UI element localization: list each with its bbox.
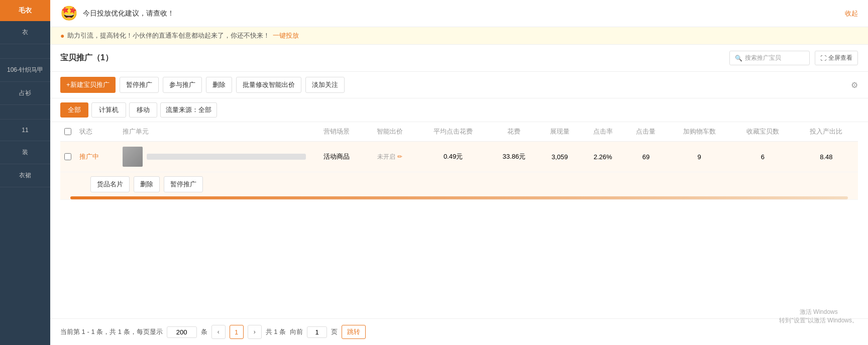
edit-smart-price-icon[interactable]: ✏ [397,153,402,160]
total-info: 共 1 条 [266,327,286,336]
col-impressions: 展现量 [538,122,581,142]
row-scene-cell: 活动商品 [310,142,363,172]
goto-page-input[interactable] [307,326,327,338]
top-banner: 🤩 今日投放优化建议，请查收！ 收起 [50,0,868,27]
banner-emoji-icon: 🤩 [60,5,78,22]
sidebar-item-8[interactable]: 衣裙 [0,164,50,187]
row-ctr-cell: 2.26% [581,142,624,172]
sidebar-item-7[interactable]: 装 [0,141,50,164]
section-header: 宝贝推广（1） 🔍 搜索推广宝贝 ⛶ 全屏查看 [50,45,868,72]
pagination-info: 当前第 1 - 1 条，共 1 条，每页显示 [60,327,163,336]
product-card-button[interactable]: 货品名片 [90,176,130,192]
product-table: 状态 推广单元 营销场景 智能出价 平均点击花费 花费 展现量 点击率 点击量 … [60,122,858,200]
new-product-button[interactable]: +新建宝贝推广 [60,77,116,93]
row-favorites-cell: 6 [731,142,794,172]
participate-button[interactable]: 参与推广 [163,77,202,93]
sidebar-item-1[interactable]: 衣 [0,21,50,44]
prev-page-button[interactable]: ‹ [211,325,226,339]
sidebar-item-3[interactable]: 106-针织马甲 [0,59,50,82]
col-scene: 营销场景 [310,122,363,142]
sidebar-item-6[interactable]: 11 [0,120,50,141]
batch-smart-price-button[interactable]: 批量修改智能出价 [236,77,301,93]
next-page-button[interactable]: › [248,325,262,339]
col-smart-price: 智能出价 [363,122,416,142]
toolbar: +新建宝贝推广 暂停推广 参与推广 删除 批量修改智能出价 淡加关注 ⚙ [50,72,868,98]
banner-collapse-link[interactable]: 收起 [845,9,858,18]
product-name-blurred [147,154,306,160]
row-checkbox[interactable] [64,153,71,160]
sub-banner: ● 助力引流，提高转化！小伙伴的直通车创意都动起来了，你还不快来！ 一键投放 [50,27,868,45]
sidebar-item-5[interactable] [0,105,50,120]
col-status: 状态 [75,122,119,142]
row-clicks-cell: 69 [624,142,668,172]
col-favorites: 收藏宝贝数 [731,122,794,142]
row-avg-cpc-cell: 0.49元 [416,142,490,172]
search-icon: 🔍 [735,55,742,62]
sub-banner-link[interactable]: 一键投放 [273,31,299,40]
jump-button[interactable]: 跳转 [342,325,366,339]
col-roi: 投入产出比 [795,122,858,142]
select-all-checkbox[interactable] [64,128,71,135]
section-header-right: 🔍 搜索推广宝贝 ⛶ 全屏查看 [729,51,858,65]
delete-button[interactable]: 删除 [206,77,232,93]
row-delete-button[interactable]: 删除 [134,176,160,192]
row-cart-cell: 9 [668,142,731,172]
banner-title: 今日投放优化建议，请查收！ [83,9,174,18]
sidebar-item-2[interactable] [0,44,50,59]
settings-icon-button[interactable]: ⚙ [851,80,858,90]
fullscreen-icon: ⛶ [820,55,826,62]
sub-banner-text: 助力引流，提高转化！小伙伴的直通车创意都动起来了，你还不快来！ [67,31,270,40]
product-thumbnail [123,147,143,167]
main-content: 🤩 今日投放优化建议，请查收！ 收起 ● 助力引流，提高转化！小伙伴的直通车创意… [50,0,868,345]
sidebar-item-4[interactable]: 占衫 [0,82,50,105]
row-actions-row: 货品名片 删除 暂停推广 [60,172,858,200]
section-title: 宝贝推广（1） [60,53,113,63]
fullscreen-button[interactable]: ⛶ 全屏查看 [815,51,858,65]
row-impressions-cell: 3,059 [538,142,581,172]
goto-label: 向前 [290,327,303,336]
product-thumb-image [123,147,143,167]
banner-left: 🤩 今日投放优化建议，请查收！ [60,5,174,22]
row-pause-button[interactable]: 暂停推广 [164,176,203,192]
col-clicks: 点击量 [624,122,668,142]
row-checkbox-cell[interactable] [60,142,75,172]
status-active-label: 推广中 [79,153,99,160]
current-page-indicator: 1 [230,325,244,339]
row-spend-cell: 33.86元 [490,142,538,172]
page-size-input[interactable] [167,326,197,338]
filter-tab-mobile[interactable]: 移动 [129,102,157,118]
filter-tab-computer[interactable]: 计算机 [91,102,126,118]
pagination-unit: 条 [201,327,207,336]
col-cart: 加购物车数 [668,122,731,142]
page-unit: 页 [331,327,338,336]
row-product-cell [119,142,310,172]
sub-banner-check-icon: ● [60,32,64,40]
filter-tabs: 全部 计算机 移动 流量来源：全部 [50,98,868,122]
row-roi-cell: 8.48 [795,142,858,172]
sidebar-item-active[interactable]: 毛衣 [0,0,50,21]
filter-tab-all[interactable]: 全部 [60,102,88,118]
row-action-inner: 货品名片 删除 暂停推广 [60,172,858,196]
follow-button[interactable]: 淡加关注 [305,77,345,93]
col-unit: 推广单元 [119,122,310,142]
smart-price-info: 未开启 ✏ [367,153,412,161]
fullscreen-label: 全屏查看 [828,54,852,62]
search-placeholder: 搜索推广宝贝 [745,54,781,62]
col-checkbox [60,122,75,142]
row-orange-bar [70,196,848,199]
table-row: 推广中 活动商品 未开启 ✏ [60,142,858,172]
flow-source-select[interactable]: 流量来源：全部 [160,102,217,118]
smart-price-label: 未开启 [377,153,395,161]
row-smart-price-cell: 未开启 ✏ [363,142,416,172]
search-box[interactable]: 🔍 搜索推广宝贝 [729,51,810,65]
sidebar: 毛衣 衣 106-针织马甲 占衫 11 装 衣裙 [0,0,50,345]
col-spend: 花费 [490,122,538,142]
table-container: 状态 推广单元 营销场景 智能出价 平均点击花费 花费 展现量 点击率 点击量 … [50,122,868,318]
col-avg-cpc: 平均点击花费 [416,122,490,142]
pagination: 当前第 1 - 1 条，共 1 条，每页显示 条 ‹ 1 › 共 1 条 向前 … [50,318,868,345]
col-ctr: 点击率 [581,122,624,142]
product-info [123,147,306,167]
row-status-cell: 推广中 [75,142,119,172]
pause-promo-button[interactable]: 暂停推广 [120,77,159,93]
